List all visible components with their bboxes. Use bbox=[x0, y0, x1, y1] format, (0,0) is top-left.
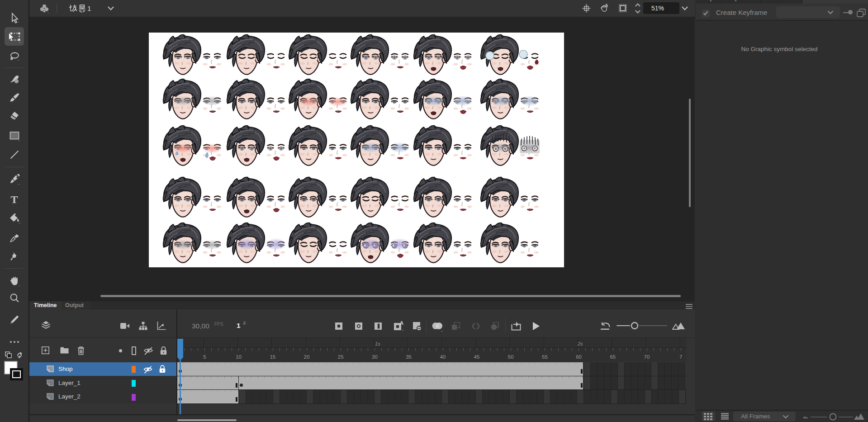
svg-text:A: A bbox=[400, 321, 403, 326]
